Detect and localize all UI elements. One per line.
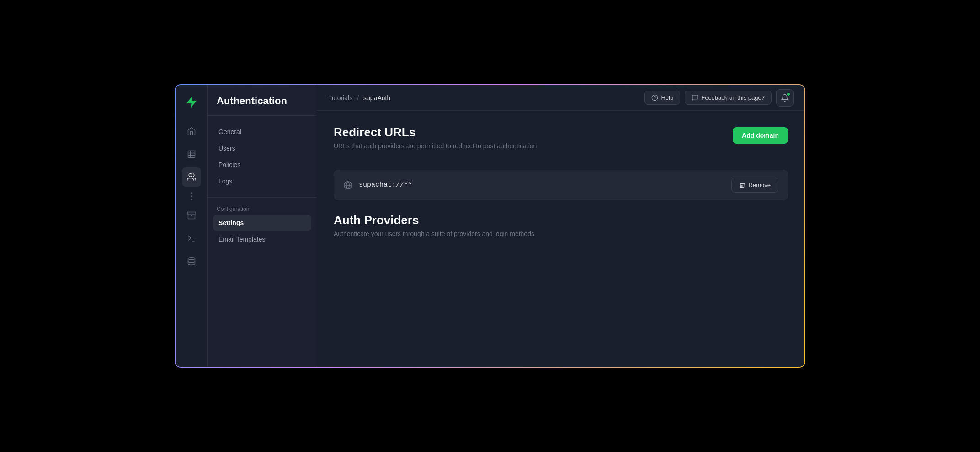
svg-rect-5 (187, 212, 195, 214)
sidebar-dots (191, 192, 192, 200)
redirect-urls-header: Redirect URLs URLs that auth providers a… (334, 125, 788, 161)
sidebar-item-table[interactable] (182, 145, 201, 164)
sidebar-item-terminal[interactable] (182, 229, 201, 248)
icon-sidebar (176, 85, 208, 367)
breadcrumb-separator: / (357, 94, 359, 102)
auth-providers-section: Auth Providers Authenticate your users t… (334, 213, 788, 237)
main-content: Tutorials / supaAuth Help F (317, 85, 804, 367)
breadcrumb-current: supaAuth (363, 94, 390, 102)
svg-rect-0 (188, 151, 195, 158)
svg-point-4 (189, 174, 192, 177)
help-label: Help (661, 94, 673, 101)
notification-dot (786, 92, 791, 97)
topbar: Tutorials / supaAuth Help F (317, 85, 804, 111)
nav-primary-section: General Users Policies Logs (208, 116, 317, 194)
nav-item-email-templates[interactable]: Email Templates (213, 231, 311, 247)
nav-title: Authentication (217, 95, 308, 107)
app-window: Authentication General Users Policies Lo… (175, 84, 805, 368)
sidebar-item-storage[interactable] (182, 206, 201, 225)
nav-item-settings[interactable]: Settings (213, 215, 311, 231)
nav-item-users[interactable]: Users (213, 140, 311, 156)
trash-icon (739, 182, 746, 188)
notification-button[interactable] (776, 89, 794, 107)
sidebar-item-database[interactable] (182, 252, 201, 271)
nav-sidebar: Authentication General Users Policies Lo… (208, 85, 317, 367)
globe-icon (343, 181, 352, 190)
breadcrumb: Tutorials / supaAuth (328, 94, 390, 102)
nav-header: Authentication (208, 85, 317, 116)
sidebar-item-home[interactable] (182, 122, 201, 141)
nav-item-general[interactable]: General (213, 124, 311, 140)
redirect-urls-subtitle: URLs that auth providers are permitted t… (334, 142, 537, 150)
redirect-urls-title: Redirect URLs (334, 125, 537, 140)
add-domain-button[interactable]: Add domain (733, 127, 788, 144)
nav-item-logs[interactable]: Logs (213, 173, 311, 189)
breadcrumb-start: Tutorials (328, 94, 352, 102)
help-button[interactable]: Help (644, 91, 680, 105)
content-area: Redirect URLs URLs that auth providers a… (317, 111, 804, 367)
logo (183, 93, 200, 111)
config-section-label: Configuration (213, 206, 311, 212)
url-text: supachat://** (359, 181, 725, 189)
auth-providers-subtitle: Authenticate your users through a suite … (334, 230, 788, 237)
feedback-label: Feedback on this page? (701, 94, 765, 101)
url-entry-row: supachat://** Remove (334, 170, 788, 200)
message-icon (692, 94, 698, 101)
redirect-urls-title-block: Redirect URLs URLs that auth providers a… (334, 125, 537, 161)
nav-item-policies[interactable]: Policies (213, 157, 311, 172)
help-circle-icon (651, 94, 658, 101)
remove-button[interactable]: Remove (731, 178, 778, 193)
sidebar-item-auth[interactable] (182, 167, 201, 187)
topbar-actions: Help Feedback on this page? (644, 89, 794, 107)
remove-label: Remove (749, 182, 771, 188)
svg-point-8 (188, 258, 195, 260)
nav-config-section: Configuration Settings Email Templates (208, 197, 317, 252)
auth-providers-title: Auth Providers (334, 213, 788, 227)
feedback-button[interactable]: Feedback on this page? (685, 91, 772, 105)
